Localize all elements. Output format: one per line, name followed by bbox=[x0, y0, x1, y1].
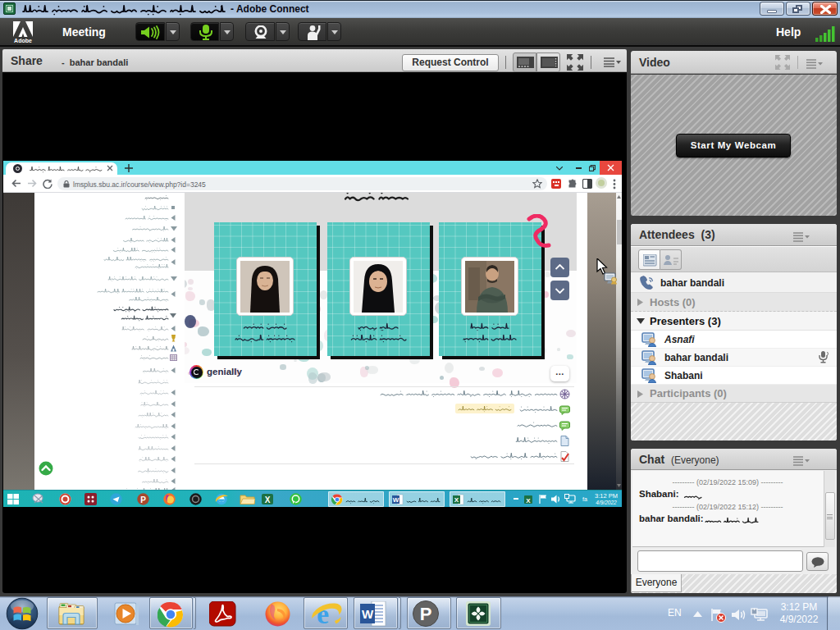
svg-text:X: X bbox=[265, 495, 271, 504]
svg-text:X: X bbox=[526, 497, 531, 504]
svg-text:P: P bbox=[140, 495, 146, 504]
svg-text:e: e bbox=[317, 599, 329, 629]
svg-text:X: X bbox=[454, 496, 459, 504]
svg-text:P: P bbox=[420, 604, 432, 624]
svg-text:W: W bbox=[393, 496, 399, 504]
svg-text:W: W bbox=[362, 607, 374, 621]
